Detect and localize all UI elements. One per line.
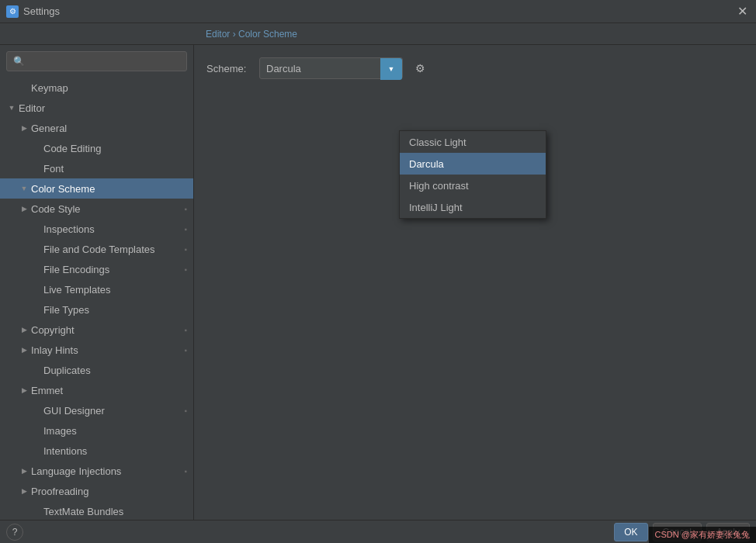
sidebar-item-label-code-style: Code Style — [31, 203, 181, 215]
sidebar-item-badge-inlay-hints: ▪ — [184, 346, 187, 355]
sidebar-item-label-inlay-hints: Inlay Hints — [31, 344, 181, 356]
scheme-row: Scheme: Darcula ▼ ⚙ — [206, 57, 744, 79]
dropdown-option-intellij-light[interactable]: IntelliJ Light — [400, 196, 546, 218]
sidebar-item-emmet[interactable]: ▶Emmet — [0, 380, 193, 400]
dropdown-option-classic-light[interactable]: Classic Light — [400, 131, 546, 153]
tree-arrow-emmet: ▶ — [19, 385, 29, 396]
tree-arrow-color-scheme: ▼ — [19, 183, 29, 194]
sidebar-item-label-emmet: Emmet — [31, 385, 187, 396]
sidebar-item-label-inspections: Inspections — [43, 223, 181, 235]
sidebar-item-live-templates[interactable]: Live Templates — [0, 279, 193, 299]
sidebar-item-badge-file-and-code-templates: ▪ — [184, 245, 187, 254]
dropdown-option-darcula[interactable]: Darcula — [400, 153, 546, 175]
sidebar-item-label-keymap: Keymap — [31, 82, 187, 94]
scheme-select-container: Darcula ▼ — [259, 57, 403, 79]
sidebar-tree: Keymap▼Editor▶GeneralCode EditingFont▼Co… — [0, 78, 193, 520]
breadcrumb-bar: Editor › Color Scheme — [0, 23, 756, 45]
scheme-dropdown-button[interactable]: Darcula ▼ — [259, 57, 403, 79]
tree-arrow-live-templates — [31, 284, 42, 295]
search-bar — [0, 45, 193, 78]
sidebar: Keymap▼Editor▶GeneralCode EditingFont▼Co… — [0, 45, 194, 520]
sidebar-item-font[interactable]: Font — [0, 158, 193, 178]
sidebar-item-color-scheme[interactable]: ▼Color Scheme — [0, 178, 193, 199]
tree-arrow-intentions — [31, 445, 42, 456]
tree-arrow-code-editing — [31, 143, 42, 154]
sidebar-item-badge-copyright: ▪ — [184, 326, 187, 334]
sidebar-item-duplicates[interactable]: Duplicates — [0, 360, 193, 380]
sidebar-item-language-injections[interactable]: ▶Language Injections▪ — [0, 461, 193, 481]
tree-arrow-images — [31, 425, 42, 436]
help-button[interactable]: ? — [6, 524, 23, 541]
sidebar-item-badge-file-encodings: ▪ — [184, 265, 187, 274]
sidebar-item-label-images: Images — [43, 425, 187, 437]
tree-arrow-textmate-bundles — [31, 506, 42, 517]
sidebar-item-label-general: General — [31, 123, 187, 134]
sidebar-item-label-file-encodings: File Encodings — [43, 264, 181, 275]
app-icon: ⚙ — [6, 5, 19, 18]
main-content: Scheme: Darcula ▼ ⚙ Classic LightDarcula… — [194, 45, 756, 520]
sidebar-item-inlay-hints[interactable]: ▶Inlay Hints▪ — [0, 340, 193, 360]
tree-arrow-general: ▶ — [19, 123, 29, 133]
sidebar-item-label-proofreading: Proofreading — [31, 486, 187, 497]
sidebar-item-label-duplicates: Duplicates — [43, 365, 187, 376]
tree-arrow-proofreading: ▶ — [19, 486, 29, 496]
tree-arrow-copyright: ▶ — [19, 324, 29, 335]
sidebar-item-label-live-templates: Live Templates — [43, 284, 187, 296]
dropdown-option-high-contrast[interactable]: High contrast — [400, 175, 546, 196]
sidebar-item-editor[interactable]: ▼Editor — [0, 98, 193, 118]
tree-arrow-file-and-code-templates — [31, 244, 42, 254]
sidebar-item-label-file-types: File Types — [43, 304, 187, 316]
scheme-settings-button[interactable]: ⚙ — [409, 57, 431, 79]
sidebar-item-code-editing[interactable]: Code Editing — [0, 138, 193, 158]
tree-arrow-editor: ▼ — [6, 102, 17, 113]
watermark: CSDN @家有娇妻张兔兔 — [649, 527, 756, 543]
tree-arrow-keymap — [19, 82, 29, 93]
sidebar-item-copyright[interactable]: ▶Copyright▪ — [0, 320, 193, 340]
sidebar-item-label-textmate-bundles: TextMate Bundles — [43, 506, 187, 517]
sidebar-item-badge-code-style: ▪ — [184, 205, 187, 213]
sidebar-item-gui-designer[interactable]: GUI Designer▪ — [0, 400, 193, 420]
sidebar-item-images[interactable]: Images — [0, 420, 193, 441]
tree-arrow-gui-designer — [31, 405, 42, 416]
sidebar-item-proofreading[interactable]: ▶Proofreading — [0, 481, 193, 501]
sidebar-item-file-and-code-templates[interactable]: File and Code Templates▪ — [0, 239, 193, 259]
scheme-label: Scheme: — [206, 63, 253, 74]
sidebar-item-textmate-bundles[interactable]: TextMate Bundles — [0, 501, 193, 520]
search-input[interactable] — [6, 51, 187, 71]
sidebar-item-badge-inspections: ▪ — [184, 225, 187, 233]
sidebar-item-label-editor: Editor — [19, 102, 187, 114]
tree-arrow-language-injections: ▶ — [19, 465, 29, 476]
sidebar-item-label-language-injections: Language Injections — [31, 465, 181, 477]
close-button[interactable]: ✕ — [734, 4, 750, 19]
content-area: Keymap▼Editor▶GeneralCode EditingFont▼Co… — [0, 45, 756, 520]
sidebar-item-label-copyright: Copyright — [31, 324, 181, 336]
sidebar-item-general[interactable]: ▶General — [0, 118, 193, 138]
tree-arrow-inlay-hints: ▶ — [19, 344, 29, 355]
sidebar-item-label-gui-designer: GUI Designer — [43, 405, 181, 417]
sidebar-item-keymap[interactable]: Keymap — [0, 78, 193, 98]
sidebar-item-inspections[interactable]: Inspections▪ — [0, 219, 193, 239]
sidebar-item-label-file-and-code-templates: File and Code Templates — [43, 244, 181, 255]
bottom-bar: ? OK Cancel Apply — [0, 520, 756, 543]
sidebar-item-label-intentions: Intentions — [43, 445, 187, 457]
scheme-dropdown-popup: Classic LightDarculaHigh contrastIntelli… — [399, 130, 546, 219]
titlebar: ⚙ Settings ✕ — [0, 0, 756, 23]
sidebar-item-badge-gui-designer: ▪ — [184, 406, 187, 415]
sidebar-item-intentions[interactable]: Intentions — [0, 441, 193, 461]
tree-arrow-code-style: ▶ — [19, 203, 29, 214]
tree-arrow-font — [31, 163, 42, 174]
tree-arrow-duplicates — [31, 365, 42, 375]
sidebar-item-label-font: Font — [43, 163, 187, 175]
sidebar-item-file-encodings[interactable]: File Encodings▪ — [0, 259, 193, 279]
tree-arrow-inspections — [31, 223, 42, 234]
sidebar-item-file-types[interactable]: File Types — [0, 299, 193, 320]
sidebar-item-label-color-scheme: Color Scheme — [31, 183, 187, 195]
settings-window: ⚙ Settings ✕ Editor › Color Scheme Keyma… — [0, 0, 756, 543]
tree-arrow-file-encodings — [31, 264, 42, 275]
breadcrumb: Editor › Color Scheme — [206, 29, 297, 40]
sidebar-item-badge-language-injections: ▪ — [184, 467, 187, 476]
window-title: Settings — [23, 5, 734, 17]
dropdown-arrow-icon: ▼ — [380, 58, 402, 80]
ok-button[interactable]: OK — [614, 523, 647, 541]
sidebar-item-code-style[interactable]: ▶Code Style▪ — [0, 199, 193, 219]
